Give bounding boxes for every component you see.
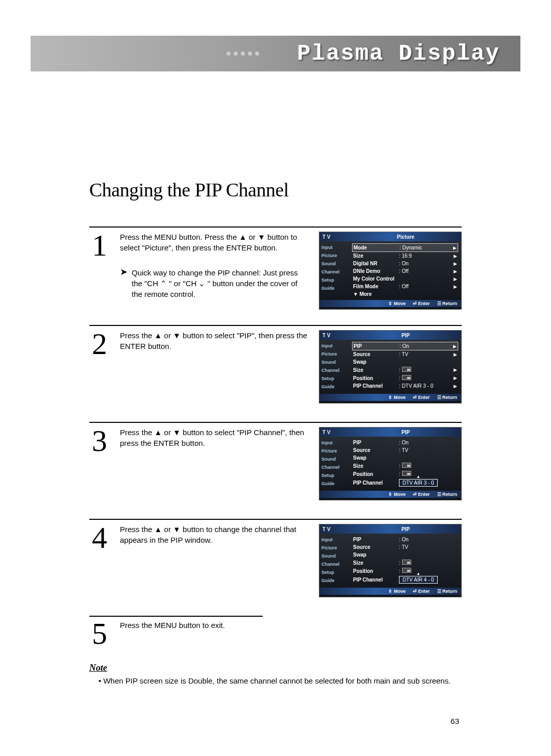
osd-selected-value[interactable]: DTV AIR 4 - 0	[399, 576, 438, 584]
osd-row[interactable]: Film Mode: Off▶	[352, 283, 458, 290]
osd-sidebar-item[interactable]: Input	[320, 536, 349, 544]
chevron-right-icon: ▶	[451, 352, 457, 357]
osd-row-label: Size	[353, 367, 397, 373]
step-4: 4 Press the ▲ or ▼ button to change the …	[89, 519, 462, 600]
note-body: • When PIP screen size is Double, the sa…	[89, 675, 462, 686]
osd-main: PIP: OnSource: TVSwapSize: Position: PIP…	[350, 534, 461, 587]
osd-sidebar: InputPictureSoundChannelSetupGuide	[319, 534, 350, 587]
osd-sidebar-item[interactable]: Picture	[320, 447, 349, 455]
osd-row[interactable]: PIP ChannelDTV AIR 3 - 0	[352, 478, 458, 488]
osd-row[interactable]: Source: TV	[352, 446, 458, 454]
step-divider	[89, 616, 263, 617]
osd-sidebar-item[interactable]: Setup	[320, 374, 349, 383]
osd-sidebar-item[interactable]: Picture	[320, 350, 349, 358]
osd-row[interactable]: Swap	[352, 551, 458, 559]
osd-row[interactable]: Position:	[352, 470, 458, 478]
osd-row[interactable]: PIP: On	[352, 536, 458, 543]
osd-foot-enter: ⏎ Enter	[413, 589, 430, 594]
osd-foot-move: ⇳ Move	[388, 589, 406, 594]
osd-sidebar-item[interactable]: Sound	[320, 552, 349, 560]
osd-sidebar-item[interactable]: Sound	[320, 455, 349, 463]
osd-row[interactable]: Digital NR: On▶	[352, 260, 458, 267]
osd-sidebar-item[interactable]: Setup	[320, 471, 349, 480]
osd-sidebar-item[interactable]: Sound	[320, 260, 349, 268]
osd-sidebar-item[interactable]: Picture	[320, 544, 349, 552]
osd-row[interactable]: Size:	[352, 559, 458, 567]
osd-row[interactable]: Source: TV	[352, 543, 458, 551]
osd-foot-enter: ⏎ Enter	[413, 492, 430, 497]
osd-row-value: :	[399, 568, 457, 574]
osd-foot-return: ☰ Return	[437, 395, 458, 400]
pip-size-icon	[402, 471, 411, 476]
osd-title: PIP	[350, 333, 461, 338]
osd-row[interactable]: Position: ▶	[352, 374, 458, 382]
osd-row[interactable]: Source: TV▶	[352, 350, 458, 358]
osd-sidebar-item[interactable]: Guide	[320, 576, 349, 585]
osd-row[interactable]: Size: ▶	[352, 366, 458, 374]
step-3: 3 Press the ▲ or ▼ button to select "PIP…	[89, 422, 462, 503]
osd-row-label: My Color Control	[353, 276, 397, 282]
osd-sidebar-item[interactable]: Guide	[320, 480, 349, 488]
osd-row-label: DNIe Demo	[353, 268, 397, 274]
osd-row-value: : TV	[399, 351, 449, 357]
osd-sidebar-item[interactable]: Guide	[320, 284, 349, 292]
osd-sidebar-item[interactable]: Sound	[320, 358, 349, 366]
osd-row[interactable]: Mode: Dynamic▶	[352, 243, 458, 252]
osd-row-label: Position	[353, 568, 397, 574]
osd-sidebar: InputPictureSoundChannelSetupGuide	[319, 241, 350, 299]
osd-sidebar: InputPictureSoundChannelSetupGuide	[319, 437, 350, 490]
osd-sidebar-item[interactable]: Input	[320, 439, 349, 447]
osd-row-label: Size	[353, 463, 397, 469]
osd-row[interactable]: PIP ChannelDTV AIR 4 - 0	[352, 575, 458, 585]
osd-footer: ⇳ Move⏎ Enter☰ Return	[319, 588, 461, 595]
osd-sidebar-item[interactable]: Input	[320, 342, 349, 350]
pip-size-icon	[402, 463, 411, 468]
osd-row-label: PIP Channel	[353, 577, 397, 583]
chevron-right-icon: ▶	[451, 261, 457, 266]
osd-sidebar-item[interactable]: Channel	[320, 268, 349, 276]
osd-row-label: Position	[353, 375, 397, 381]
osd-row-label: Source	[353, 544, 397, 550]
osd-row[interactable]: DNIe Demo: Off▶	[352, 267, 458, 275]
osd-row[interactable]: Swap	[352, 454, 458, 462]
osd-row[interactable]: Swap	[352, 358, 458, 366]
osd-sidebar-item[interactable]: Channel	[320, 366, 349, 374]
osd-sidebar-item[interactable]: Setup	[320, 568, 349, 576]
osd-main: PIP: OnSource: TVSwapSize: Position: PIP…	[350, 437, 461, 490]
osd-main: PIP: On▶Source: TV▶SwapSize: ▶Position: …	[350, 340, 461, 393]
osd-sidebar-item[interactable]: Setup	[320, 276, 349, 284]
pip-size-icon	[402, 568, 411, 573]
osd-row-label: Swap	[353, 455, 397, 461]
osd-row[interactable]: PIP: On▶	[352, 342, 458, 350]
osd-sidebar-item[interactable]: Channel	[320, 560, 349, 568]
osd-row[interactable]: ▼ More	[352, 290, 458, 298]
osd-row[interactable]: My Color Control▶	[352, 275, 458, 283]
step-5: 5 Press the MENU button to exit.	[89, 620, 462, 647]
pip-size-icon	[402, 367, 411, 372]
osd-row[interactable]: Position:	[352, 567, 458, 575]
step-text: Press the MENU button. Press the ▲ or ▼ …	[120, 232, 309, 310]
osd-selected-value[interactable]: DTV AIR 3 - 0	[399, 479, 438, 487]
osd-footer: ⇳ Move⏎ Enter☰ Return	[319, 300, 461, 307]
osd-sidebar-item[interactable]: Guide	[320, 383, 349, 391]
osd-foot-enter: ⏎ Enter	[413, 301, 430, 306]
osd-row-label: Size	[353, 560, 397, 566]
osd-sidebar-item[interactable]: Picture	[320, 251, 349, 260]
osd-row[interactable]: Size: 16:9▶	[352, 252, 458, 260]
osd-row-label: Source	[353, 351, 397, 357]
osd-row-label: Swap	[353, 359, 397, 365]
osd-row[interactable]: PIP: On	[352, 439, 458, 446]
osd-row[interactable]: PIP Channel: DTV AIR 3 - 0▶	[352, 382, 458, 390]
osd-row[interactable]: Size:	[352, 462, 458, 470]
content-area: Changing the PIP Channel 1 Press the MEN…	[89, 179, 462, 686]
osd-panel: T VPIPInputPictureSoundChannelSetupGuide…	[319, 524, 462, 597]
osd-sidebar-item[interactable]: Channel	[320, 463, 349, 471]
osd-footer: ⇳ Move⏎ Enter☰ Return	[319, 394, 461, 401]
osd-sidebar-item[interactable]: Input	[320, 243, 349, 251]
osd-row-value: :	[399, 560, 457, 566]
step-text-line: Press the MENU button. Press the ▲ or ▼ …	[120, 232, 309, 253]
step-text: Press the ▲ or ▼ button to select "PIP C…	[120, 427, 309, 503]
osd-row-label: PIP	[353, 537, 397, 542]
osd-tv-label: T V	[319, 430, 350, 435]
osd-row-label: Source	[353, 447, 397, 453]
